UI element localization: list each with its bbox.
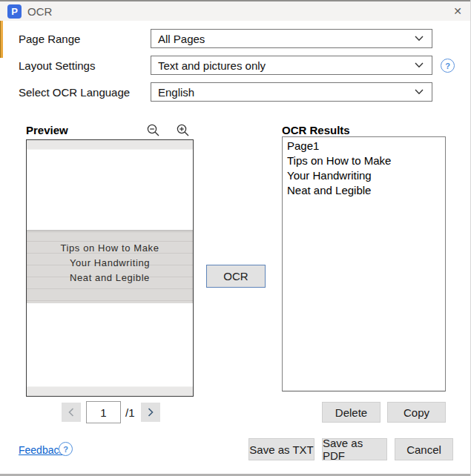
layout-settings-select[interactable]: Text and pictures only [151,56,432,75]
background-window-edge [0,21,3,58]
page-range-label: Page Range [19,33,80,45]
zoom-in-icon[interactable] [177,124,190,137]
layout-help-icon[interactable]: ? [441,59,455,73]
preview-panel[interactable]: Tips on How to Make Your Handwriting Nea… [26,139,194,397]
chevron-down-icon [415,62,424,68]
layout-settings-value: Text and pictures only [158,59,266,72]
ocr-language-select[interactable]: English [151,82,432,102]
chevron-down-icon [415,89,424,95]
title-bar: P OCR ✕ [0,0,471,21]
ocr-language-label: Select OCR Language [19,86,130,99]
page-total-label: /1 [125,406,135,419]
layout-settings-label: Layout Settings [19,59,95,72]
preview-scrollbar-top[interactable] [27,140,193,150]
ocr-language-value: English [158,86,194,99]
dialog-title: OCR [27,5,52,18]
result-line: Page1 [287,139,441,153]
handwriting-line: Tips on How to Make [27,241,193,256]
feedback-help-icon[interactable]: ? [59,442,73,456]
preview-page-image: Tips on How to Make Your Handwriting Nea… [27,230,193,303]
ocr-dialog: { "window": { "logo_letter": "P", "title… [0,0,471,476]
ocr-results-list[interactable]: Page1 Tips on How to Make Your Handwriti… [282,136,446,391]
ocr-button[interactable]: OCR [206,265,266,288]
app-logo-icon: P [7,4,22,19]
page-range-select[interactable]: All Pages [151,29,432,48]
page-number-input[interactable] [86,401,121,423]
page-range-value: All Pages [158,33,205,45]
save-as-pdf-button[interactable]: Save as PDF [322,438,387,460]
cancel-button[interactable]: Cancel [395,438,453,460]
result-line: Tips on How to Make [287,153,441,168]
delete-button[interactable]: Delete [322,402,381,423]
zoom-out-icon[interactable] [147,124,160,137]
preview-scrollbar-bottom[interactable] [27,386,193,396]
next-page-button[interactable] [141,403,160,422]
copy-button[interactable]: Copy [387,402,446,423]
result-line: Your Handwriting [287,168,441,183]
chevron-down-icon [415,36,424,42]
feedback-link[interactable]: Feedback [19,444,64,456]
handwriting-line: Neat and Legible [27,271,193,285]
previous-page-button[interactable] [62,403,81,422]
save-as-txt-button[interactable]: Save as TXT [248,438,314,460]
handwriting-line: Your Handwriting [27,256,193,271]
ocr-results-label: OCR Results [282,124,350,136]
result-line: Neat and Legible [287,183,441,198]
preview-label: Preview [26,124,68,136]
close-icon[interactable]: ✕ [453,6,462,16]
